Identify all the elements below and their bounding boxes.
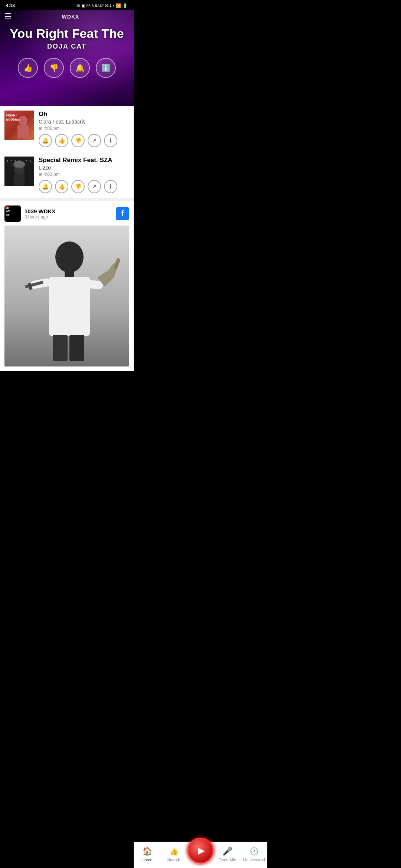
song-like-btn-special[interactable]: 👍 (55, 180, 68, 193)
dot-icon: • (113, 3, 114, 8)
ciara-album-art: CIARA GOODIES (4, 111, 34, 140)
svg-point-20 (55, 241, 84, 273)
svg-rect-28 (53, 335, 68, 361)
song-info-btn-oh[interactable]: ℹ (104, 134, 117, 147)
gmail-icon: ✉ (76, 3, 80, 8)
song-artist-special: Lizzo (39, 165, 129, 171)
battery-icon: 🔋 (123, 3, 128, 8)
screen-icon: ▣ (81, 3, 85, 8)
wifi-icon: 📶 (116, 3, 121, 8)
social-station-info: 1039 WDKX 3 hours ago (25, 208, 116, 220)
song-item-special: S P E C I A L Special Remix Feat. SZA Li… (0, 152, 134, 198)
song-share-btn-oh[interactable]: ↗ (88, 134, 101, 147)
post-person-svg (4, 226, 129, 366)
station-name: WDKX (12, 14, 129, 20)
hero-section: ☰ WDKX You Right Feat The DOJA CAT 👍 👎 🔔… (0, 10, 134, 106)
song-list: CIARA GOODIES Oh Ciara Feat. Ludacris at… (0, 106, 134, 198)
lizzo-album-art: S P E C I A L (4, 157, 34, 186)
facebook-icon[interactable]: f (116, 207, 129, 220)
hero-content: You Right Feat The DOJA CAT (2, 24, 131, 50)
hero-top-bar: ☰ WDKX (0, 10, 134, 24)
info-button[interactable]: ℹ️ (96, 58, 116, 78)
social-station-logo: WD KX 103 (4, 206, 21, 222)
bottom-nav-spacer (0, 371, 134, 401)
social-station-name: 1039 WDKX (25, 208, 116, 214)
bell-button[interactable]: 🔔 (70, 58, 90, 78)
song-artist-oh: Ciara Feat. Ludacris (39, 119, 129, 125)
wdkx-logo-svg: WD KX 103 (4, 206, 21, 222)
svg-rect-10 (14, 174, 25, 185)
song-actions-special: 🔔 👍 👎 ↗ ℹ (39, 180, 129, 193)
song-title-special: Special Remix Feat. SZA (39, 157, 129, 164)
svg-text:103: 103 (6, 207, 10, 209)
social-post-time: 3 hours ago (25, 214, 116, 220)
radio-station: EASY 93.1 (95, 4, 111, 7)
song-thumb-oh: CIARA GOODIES (4, 111, 34, 140)
social-post-header: WD KX 103 1039 WDKX 3 hours ago f (4, 206, 129, 222)
song-info-oh: Oh Ciara Feat. Ludacris at 4:06 pm 🔔 👍 👎… (39, 111, 129, 147)
song-thumb-special: S P E C I A L (4, 157, 34, 186)
status-right-icons: ✉ ▣ 95.5 EASY 93.1 • 📶 🔋 (76, 3, 128, 8)
song-bell-btn-oh[interactable]: 🔔 (39, 134, 52, 147)
post-figure-container (4, 226, 129, 366)
song-actions-oh: 🔔 👍 👎 ↗ ℹ (39, 134, 129, 147)
svg-rect-5 (17, 125, 29, 138)
social-post-image (4, 226, 129, 366)
now-playing-artist: DOJA CAT (10, 43, 124, 50)
song-item-oh: CIARA GOODIES Oh Ciara Feat. Ludacris at… (0, 106, 134, 152)
song-title-oh: Oh (39, 111, 129, 118)
svg-text:KX: KX (6, 214, 10, 216)
hero-actions: 👍 👎 🔔 ℹ️ (18, 58, 116, 78)
song-like-btn-oh[interactable]: 👍 (55, 134, 68, 147)
song-dislike-btn-special[interactable]: 👎 (71, 180, 85, 193)
social-post-section: WD KX 103 1039 WDKX 3 hours ago f (0, 198, 134, 371)
svg-text:WD: WD (6, 210, 10, 213)
svg-rect-29 (69, 335, 84, 361)
svg-text:CIARA: CIARA (6, 114, 14, 116)
status-bar: 4:13 ✉ ▣ 95.5 EASY 93.1 • 📶 🔋 (0, 0, 134, 10)
thumbs-down-button[interactable]: 👎 (44, 58, 64, 78)
song-time-oh: at 4:06 pm (39, 126, 129, 131)
menu-icon[interactable]: ☰ (4, 12, 12, 22)
song-share-btn-special[interactable]: ↗ (88, 180, 101, 193)
thumbs-up-button[interactable]: 👍 (18, 58, 38, 78)
song-bell-btn-special[interactable]: 🔔 (39, 180, 52, 193)
svg-point-4 (19, 116, 27, 126)
svg-point-12 (14, 161, 25, 167)
song-info-special: Special Remix Feat. SZA Lizzo at 4:03 pm… (39, 157, 129, 193)
song-dislike-btn-oh[interactable]: 👎 (71, 134, 85, 147)
radio-freq: 95.5 (87, 4, 94, 8)
svg-text:GOODIES: GOODIES (6, 118, 16, 120)
song-info-btn-special[interactable]: ℹ (104, 180, 117, 193)
now-playing-title: You Right Feat The (10, 27, 124, 40)
status-time: 4:13 (6, 3, 15, 8)
song-time-special: at 4:03 pm (39, 172, 129, 177)
